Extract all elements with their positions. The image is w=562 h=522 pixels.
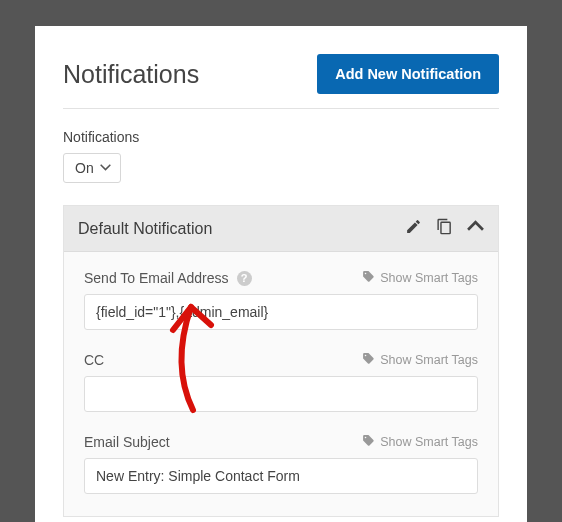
help-icon[interactable]: ?: [237, 271, 252, 286]
settings-page: Notifications Add New Notification Notif…: [35, 26, 527, 522]
send-to-field: Send To Email Address ? Show Smart Tags: [84, 270, 478, 330]
panel-actions: [405, 218, 484, 239]
cc-field: CC Show Smart Tags: [84, 352, 478, 412]
send-to-label: Send To Email Address: [84, 270, 229, 286]
tag-icon: [362, 352, 375, 368]
panel-body: Send To Email Address ? Show Smart Tags: [64, 252, 498, 494]
send-to-input[interactable]: [84, 294, 478, 330]
smart-tags-label: Show Smart Tags: [380, 353, 478, 367]
cc-label: CC: [84, 352, 104, 368]
edit-icon[interactable]: [405, 218, 422, 239]
chevron-up-icon[interactable]: [467, 218, 484, 239]
cc-input[interactable]: [84, 376, 478, 412]
toggle-label: Notifications: [63, 129, 499, 145]
page-title: Notifications: [63, 60, 199, 89]
chevron-down-icon: [100, 160, 111, 176]
smart-tags-label: Show Smart Tags: [380, 435, 478, 449]
subject-field: Email Subject Show Smart Tags: [84, 434, 478, 494]
smart-tags-link[interactable]: Show Smart Tags: [362, 270, 478, 286]
tag-icon: [362, 270, 375, 286]
panel-title: Default Notification: [78, 220, 212, 238]
add-notification-button[interactable]: Add New Notification: [317, 54, 499, 94]
smart-tags-link[interactable]: Show Smart Tags: [362, 434, 478, 450]
subject-input[interactable]: [84, 458, 478, 494]
notifications-toggle[interactable]: On: [63, 153, 121, 183]
tag-icon: [362, 434, 375, 450]
duplicate-icon[interactable]: [436, 218, 453, 239]
smart-tags-link[interactable]: Show Smart Tags: [362, 352, 478, 368]
notifications-toggle-group: Notifications On: [63, 129, 499, 183]
smart-tags-label: Show Smart Tags: [380, 271, 478, 285]
subject-label: Email Subject: [84, 434, 170, 450]
toggle-value: On: [75, 160, 94, 176]
notification-panel: Default Notification Send To Email Addre…: [63, 205, 499, 517]
header: Notifications Add New Notification: [63, 54, 499, 109]
panel-header: Default Notification: [64, 206, 498, 252]
